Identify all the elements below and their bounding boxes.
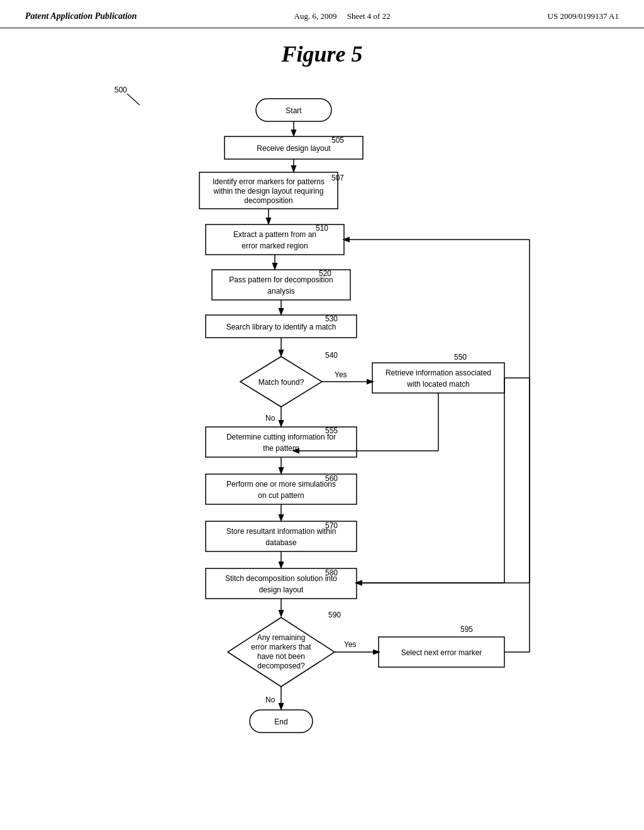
yes-label-540: Yes xyxy=(335,370,347,379)
step-590-line3: have not been xyxy=(257,652,305,661)
yes-label-590: Yes xyxy=(344,640,357,649)
no-label-590: No xyxy=(265,695,275,704)
step-560-line1: Perform one or more simulations xyxy=(226,480,336,489)
step-507-line3: decomposition xyxy=(244,196,292,205)
step-520-line2: analysis xyxy=(267,287,294,296)
step-510-num: 510 xyxy=(316,224,328,233)
step-505-label: Receive design layout xyxy=(257,144,331,153)
step-555-line2: the pattern xyxy=(263,444,299,453)
figure-label: Figure 5 xyxy=(25,41,619,67)
step-507-line2: within the design layout requiring xyxy=(213,187,324,196)
step-580-line1: Stitch decomposition solution into xyxy=(225,574,337,583)
step-590-num: 590 xyxy=(328,611,341,619)
step-595-label: Select next error marker xyxy=(401,648,482,657)
step-507-line1: Identify error markers for patterns xyxy=(213,177,325,186)
step-530-label: Search library to identify a match xyxy=(226,323,336,331)
step-595-num: 595 xyxy=(460,625,473,634)
start-label: Start xyxy=(286,106,302,115)
step-550-num: 550 xyxy=(454,353,467,362)
header-center: Aug. 6, 2009 Sheet 4 of 22 xyxy=(294,11,391,21)
fig-500-label: 500 xyxy=(114,86,127,94)
step-580-line2: design layout xyxy=(259,585,304,594)
step-510-line1: Extract a pattern from an xyxy=(233,230,316,239)
step-550-line1: Retrieve information associated xyxy=(386,368,491,377)
no-label-540: No xyxy=(265,414,275,423)
step-570-line2: database xyxy=(265,538,297,547)
flowchart-svg: 500 Start 505 Receive design layout 507 … xyxy=(102,74,542,797)
page-header: Patent Application Publication Aug. 6, 2… xyxy=(0,0,644,28)
step-520-line1: Pass pattern for decomposition xyxy=(229,275,333,284)
step-540-num: 540 xyxy=(325,351,338,360)
step-530-num: 530 xyxy=(325,314,338,323)
end-label: End xyxy=(274,717,287,726)
step-555-line1: Determine cutting information for xyxy=(226,433,336,441)
step-540-label: Match found? xyxy=(258,378,304,387)
header-sheet: Sheet 4 of 22 xyxy=(347,11,391,21)
header-date: Aug. 6, 2009 xyxy=(294,11,337,21)
header-right: US 2009/0199137 A1 xyxy=(548,11,619,21)
step-590-line1: Any remaining xyxy=(257,633,306,642)
diagram-area: Figure 5 500 Start 505 Receive design la… xyxy=(0,28,644,809)
step-560-line2: on cut pattern xyxy=(258,491,304,500)
step-590-line4: decomposed? xyxy=(257,661,305,670)
step-590-line2: error markers that xyxy=(251,643,311,651)
step-510-line2: error marked region xyxy=(242,241,308,250)
step-505-num: 505 xyxy=(331,136,344,145)
step-550-line2: with located match xyxy=(406,380,469,389)
svg-line-0 xyxy=(127,94,140,105)
step-570-line1: Store resultant information within xyxy=(226,527,336,536)
header-left: Patent Application Publication xyxy=(25,11,137,21)
